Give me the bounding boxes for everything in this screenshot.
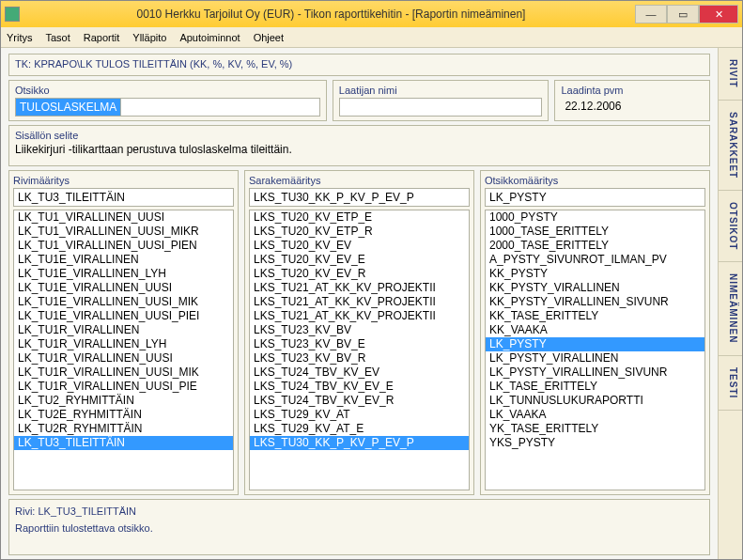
list-item[interactable]: LK_TU1R_VIRALLINEN_UUSI_PIE [14, 380, 233, 394]
list-item[interactable]: LK_TU3_TILEITTÄIN [14, 436, 233, 450]
list-item[interactable]: 2000_TASE_ERITTELY [486, 239, 704, 253]
rivimaaritys-panel: Rivimääritys LK_TU3_TILEITTÄIN LK_TU1_VI… [8, 170, 239, 495]
sarakemaaritys-panel: Sarakemääritys LKS_TU30_KK_P_KV_P_EV_P L… [244, 170, 474, 495]
menu-tasot[interactable]: Tasot [46, 32, 70, 43]
list-item[interactable]: LKS_TU20_KV_EV [250, 239, 469, 253]
otsikkomaaritys-panel: Otsikkomääritys LK_PYSTY 1000_PYSTY1000_… [480, 170, 710, 495]
list-item[interactable]: LKS_TU20_KV_EV_R [250, 267, 469, 281]
list-item[interactable]: LKS_TU30_KK_P_KV_P_EV_P [250, 436, 469, 450]
list-item[interactable]: LK_TU1_VIRALLINEN_UUSI_MIKR [14, 225, 233, 239]
rivimaaritys-list[interactable]: LK_TU1_VIRALLINEN_UUSILK_TU1_VIRALLINEN_… [13, 210, 234, 490]
menu-ohjeet[interactable]: Ohjeet [254, 32, 284, 43]
titlebar: 0010 Herkku Tarjoilut Oy (EUR) - Tikon r… [1, 1, 742, 27]
list-item[interactable]: LK_TU1E_VIRALLINEN_UUSI_PIEI [14, 309, 233, 323]
list-item[interactable]: LK_TU2_RYHMITTÄIN [14, 394, 233, 408]
app-icon [5, 7, 20, 22]
rivimaaritys-label: Rivimääritys [13, 175, 234, 186]
list-item[interactable]: LK_PYSTY_VIRALLINEN [486, 351, 704, 366]
laatija-label: Laatijan nimi [339, 85, 543, 96]
list-item[interactable]: KK_PYSTY_VIRALLINEN [486, 281, 704, 295]
maximize-button[interactable]: ▭ [667, 5, 699, 23]
menu-yllapito[interactable]: Ylläpito [132, 32, 166, 43]
list-item[interactable]: LKS_TU29_KV_AT [250, 408, 469, 422]
list-item[interactable]: LKS_TU24_TBV_KV_EV [250, 366, 469, 380]
side-tabs: RIVIT SARAKKEET OTSIKOT NIMEÄMINEN TESTI [718, 48, 742, 560]
list-item[interactable]: LK_TASE_ERITTELY [486, 380, 704, 394]
list-item[interactable]: 1000_TASE_ERITTELY [486, 225, 704, 239]
list-item[interactable]: A_PYSTY_SIVUNROT_ILMAN_PV [486, 253, 704, 267]
bottom-line2: Raporttiin tulostettava otsikko. [15, 522, 704, 534]
close-button[interactable]: ✕ [699, 5, 738, 23]
list-item[interactable]: LK_TU1E_VIRALLINEN [14, 253, 233, 267]
sisalto-label: Sisällön selite [15, 130, 704, 141]
otsikkomaaritys-head[interactable]: LK_PYSTY [485, 188, 705, 207]
list-item[interactable]: YKS_PYSTY [486, 436, 704, 450]
sisalto-value: Liikekirjuri -tilikarttaan perustuva tul… [15, 143, 704, 162]
tab-otsikot[interactable]: OTSIKOT [719, 191, 742, 262]
list-item[interactable]: LK_TU1R_VIRALLINEN_UUSI [14, 351, 233, 366]
list-item[interactable]: LKS_TU21_AT_KK_KV_PROJEKTII [250, 281, 469, 295]
list-item[interactable]: LKS_TU24_TBV_KV_EV_E [250, 380, 469, 394]
list-item[interactable]: LK_TU1_VIRALLINEN_UUSI_PIEN [14, 239, 233, 253]
minimize-button[interactable]: — [635, 5, 667, 23]
list-item[interactable]: LKS_TU23_KV_BV_E [250, 337, 469, 351]
bottom-line1: Rivi: LK_TU3_TILEITTÄIN [15, 506, 704, 517]
list-item[interactable]: LKS_TU20_KV_EV_E [250, 253, 469, 267]
laadinta-label: Laadinta pvm [561, 85, 704, 96]
list-item[interactable]: KK_VAAKA [486, 323, 704, 337]
list-item[interactable]: LKS_TU21_AT_KK_KV_PROJEKTII [250, 295, 469, 309]
list-item[interactable]: LK_PYSTY_VIRALLINEN_SIVUNR [486, 366, 704, 380]
list-item[interactable]: KK_TASE_ERITTELY [486, 309, 704, 323]
sarakemaaritys-label: Sarakemääritys [249, 175, 470, 186]
list-item[interactable]: LK_TU1R_VIRALLINEN [14, 323, 233, 337]
list-item[interactable]: 1000_PYSTY [486, 210, 704, 225]
bottom-panel: Rivi: LK_TU3_TILEITTÄIN Raporttiin tulos… [8, 499, 710, 555]
list-item[interactable]: LKS_TU20_KV_ETP_R [250, 225, 469, 239]
tab-sarakkeet[interactable]: SARAKKEET [719, 101, 742, 191]
window-title: 0010 Herkku Tarjoilut Oy (EUR) - Tikon r… [27, 8, 635, 21]
list-item[interactable]: LK_TU1E_VIRALLINEN_UUSI [14, 281, 233, 295]
list-item[interactable]: LKS_TU23_KV_BV [250, 323, 469, 337]
list-item[interactable]: LK_TU2E_RYHMITTÄIN [14, 408, 233, 422]
tab-testi[interactable]: TESTI [719, 356, 742, 411]
list-item[interactable]: LK_VAAKA [486, 408, 704, 422]
list-item[interactable]: KK_PYSTY [486, 267, 704, 281]
tab-rivit[interactable]: RIVIT [719, 48, 742, 101]
list-item[interactable]: LK_TU1R_VIRALLINEN_UUSI_MIK [14, 366, 233, 380]
menu-yritys[interactable]: Yritys [7, 32, 33, 43]
menu-raportit[interactable]: Raportit [84, 32, 120, 43]
list-item[interactable]: LK_TU1R_VIRALLINEN_LYH [14, 337, 233, 351]
otsikko-field[interactable]: TULOSLASKELMA [15, 98, 121, 117]
menubar: Yritys Tasot Raportit Ylläpito Aputoimin… [1, 27, 742, 48]
list-item[interactable]: LK_TU1E_VIRALLINEN_LYH [14, 267, 233, 281]
tk-line: TK: KPRAPO\LK TULOS TILEITTÄIN (KK, %, K… [15, 58, 704, 70]
laatija-field[interactable] [339, 98, 543, 117]
list-item[interactable]: LKS_TU24_TBV_KV_EV_R [250, 394, 469, 408]
list-item[interactable]: LKS_TU21_AT_KK_KV_PROJEKTII [250, 309, 469, 323]
list-item[interactable]: LK_PYSTY [486, 337, 704, 351]
laadinta-value: 22.12.2006 [561, 98, 704, 117]
otsikko-label: Otsikko [15, 85, 320, 96]
list-item[interactable]: LKS_TU29_KV_AT_E [250, 422, 469, 436]
otsikkomaaritys-list[interactable]: 1000_PYSTY1000_TASE_ERITTELY2000_TASE_ER… [485, 210, 705, 490]
menu-aputoiminnot[interactable]: Aputoiminnot [179, 32, 240, 43]
sarakemaaritys-list[interactable]: LKS_TU20_KV_ETP_ELKS_TU20_KV_ETP_RLKS_TU… [249, 210, 470, 490]
otsikkomaaritys-label: Otsikkomääritys [485, 175, 705, 186]
list-item[interactable]: LK_TU1_VIRALLINEN_UUSI [14, 210, 233, 225]
list-item[interactable]: LK_TU2R_RYHMITTÄIN [14, 422, 233, 436]
list-item[interactable]: YK_TASE_ERITTELY [486, 422, 704, 436]
rivimaaritys-head[interactable]: LK_TU3_TILEITTÄIN [13, 188, 234, 207]
list-item[interactable]: LK_TU1E_VIRALLINEN_UUSI_MIK [14, 295, 233, 309]
list-item[interactable]: LKS_TU20_KV_ETP_E [250, 210, 469, 225]
list-item[interactable]: KK_PYSTY_VIRALLINEN_SIVUNR [486, 295, 704, 309]
sarakemaaritys-head[interactable]: LKS_TU30_KK_P_KV_P_EV_P [249, 188, 470, 207]
tab-nimeaminen[interactable]: NIMEÄMINEN [719, 262, 742, 355]
list-item[interactable]: LK_TUNNUSLUKURAPORTTI [486, 394, 704, 408]
list-item[interactable]: LKS_TU23_KV_BV_R [250, 351, 469, 366]
tk-panel: TK: KPRAPO\LK TULOS TILEITTÄIN (KK, %, K… [8, 54, 710, 76]
